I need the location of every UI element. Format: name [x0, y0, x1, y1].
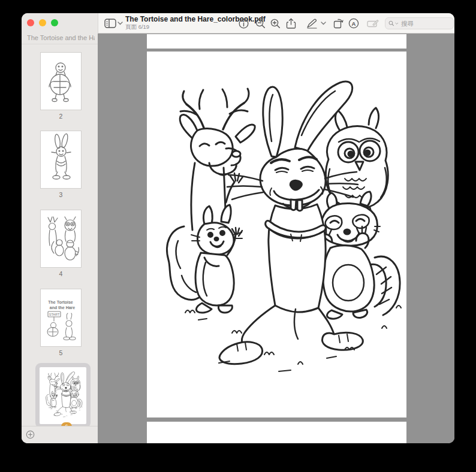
document-scroll-area[interactable] [98, 34, 454, 443]
share-button[interactable] [284, 16, 298, 31]
zoom-out-icon [255, 19, 266, 29]
markup-options-chevron[interactable] [319, 16, 327, 31]
zoom-in-button[interactable] [268, 16, 282, 31]
search-options-chevron-icon [395, 22, 399, 25]
thumbnail-page-5[interactable]: The Tortoise and the Hare START [41, 289, 81, 346]
thumbnail-page-6-selected[interactable] [35, 363, 91, 428]
minimize-window-button[interactable] [39, 19, 46, 26]
pdf-page-7-top [147, 422, 406, 443]
preview-window: The Tortoise and the Har... 2 [22, 13, 454, 443]
title-line-1: The Tortoise [48, 300, 73, 304]
info-icon [239, 19, 249, 29]
zoom-in-icon [270, 19, 281, 29]
fill-sign-button[interactable] [366, 16, 380, 31]
thumbnail-page-2[interactable] [41, 53, 81, 110]
pdf-page-6 [147, 52, 406, 417]
zoom-window-button[interactable] [51, 19, 58, 26]
title-page-thumbnail-image: The Tortoise and the Hare START [41, 289, 81, 346]
sidebar-document-title: The Tortoise and the Har... [27, 34, 95, 41]
info-button[interactable] [236, 16, 251, 31]
page-label: 3 [41, 191, 81, 198]
search-field[interactable] [385, 17, 454, 29]
search-icon [388, 20, 394, 27]
sidebar-panel-icon [104, 19, 116, 28]
coloring-illustration-animal-friends [147, 52, 406, 417]
markup-button[interactable] [305, 16, 319, 31]
close-window-button[interactable] [27, 19, 34, 26]
thumbnail-page-4[interactable] [41, 210, 81, 267]
rotate-icon [333, 18, 344, 29]
sidebar-add-button[interactable] [26, 430, 35, 439]
animals-hare-thumbnail-image [40, 367, 86, 424]
page-label: 4 [41, 270, 81, 277]
highlight-circle-a-icon: A [348, 18, 359, 29]
window-controls [27, 19, 58, 26]
start-sign-label: START [49, 313, 60, 316]
tortoise-thumbnail-image [41, 53, 81, 110]
share-icon [286, 18, 296, 29]
sidebar-toggle-button[interactable] [103, 16, 123, 31]
fill-sign-icon [367, 19, 379, 28]
chevron-down-icon [321, 22, 326, 25]
markup-pencil-icon [306, 19, 318, 29]
toolbar: The Tortoise and the Hare_colorbook.pdf … [98, 13, 454, 34]
page-label: 5 [41, 349, 81, 356]
sidebar-divider [22, 44, 98, 44]
hare-thumbnail-image [41, 131, 81, 188]
sidebar-footer [22, 426, 98, 443]
chevron-down-icon [118, 22, 123, 25]
highlight-letter: A [352, 20, 356, 27]
search-input[interactable] [400, 19, 450, 28]
add-icon [26, 430, 35, 439]
rotate-button[interactable] [331, 16, 345, 31]
pdf-page-5-bottom [147, 34, 406, 49]
selected-thumbnail-page [40, 367, 86, 424]
highlight-button[interactable]: A [347, 16, 361, 31]
zoom-out-button[interactable] [253, 16, 267, 31]
thumbnail-page-3[interactable] [41, 131, 81, 188]
title-line-2: and the Hare [50, 305, 76, 310]
thumbnail-sidebar: The Tortoise and the Har... 2 [22, 13, 98, 443]
page-label: 2 [41, 113, 81, 120]
animal-group-thumbnail-image [41, 210, 81, 267]
